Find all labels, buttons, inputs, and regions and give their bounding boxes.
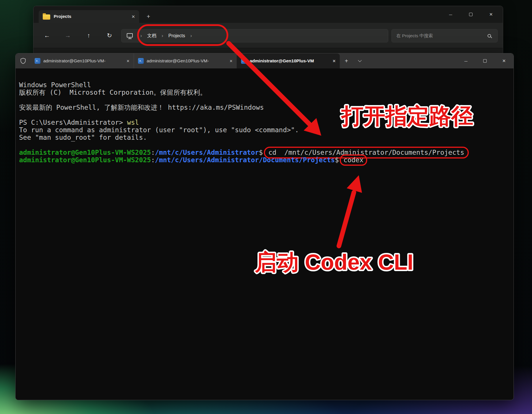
explorer-close-button[interactable]: ✕ — [481, 8, 501, 21]
terminal-maximize-button[interactable] — [475, 53, 494, 68]
terminal-line: administrator@Gen10Plus-VM-WS2025:/mnt/c… — [19, 149, 509, 156]
tabbar-spacer — [366, 53, 456, 68]
terminal-line: 安装最新的 PowerShell, 了解新功能和改进！ https://aka.… — [19, 104, 509, 111]
terminal-text: 版权所有 (C) Microsoft Corporation。保留所有权利。 — [19, 89, 207, 96]
folder-icon — [43, 14, 50, 20]
terminal-text: 安装最新的 PowerShell, 了解新功能和改进！ https://aka.… — [19, 104, 264, 111]
explorer-new-tab-button[interactable]: + — [147, 13, 150, 20]
terminal-line — [19, 111, 509, 119]
terminal-tab-label: administrator@Gen10Plus-VM — [250, 58, 330, 64]
tab-close-icon[interactable]: ✕ — [333, 59, 336, 63]
search-placeholder: 在 Projects 中搜索 — [396, 33, 488, 39]
terminal-text: $ — [335, 156, 339, 164]
chevron-right-icon[interactable]: › — [158, 33, 167, 39]
explorer-window-controls: ─ ✕ — [440, 6, 501, 23]
address-bar[interactable]: › 文档 › Projects › — [121, 29, 388, 42]
terminal-dropdown-button[interactable] — [353, 53, 366, 68]
terminal-text: : — [151, 156, 155, 164]
powershell-icon: >_ — [241, 58, 247, 64]
explorer-tab-close-icon[interactable]: ✕ — [131, 14, 135, 19]
terminal-tab[interactable]: >_administrator@Gen10Plus-VM✕ — [237, 53, 340, 68]
back-button[interactable]: ← — [41, 32, 53, 39]
terminal-tab[interactable]: >_administrator@Gen10Plus-VM-✕ — [134, 53, 237, 68]
explorer-nav-buttons: ← → ↑ ↻ — [41, 23, 115, 48]
terminal-tab-label: administrator@Gen10Plus-VM- — [43, 58, 124, 64]
terminal-text: administrator@Gen10Plus-VM-WS2025 — [19, 156, 151, 164]
this-pc-icon — [127, 33, 133, 38]
terminal-text: /mnt/c/Users/Administrator/Documents/Pro… — [155, 156, 335, 164]
terminal-text: $ — [259, 149, 263, 156]
maximize-icon — [483, 59, 487, 63]
refresh-button[interactable]: ↻ — [103, 32, 115, 39]
terminal-text: To run a command as administrator (user … — [19, 126, 299, 134]
terminal-text: See "man sudo_root" for details. — [19, 134, 147, 141]
codex-command-highlight: codex — [340, 154, 367, 166]
terminal-line: See "man sudo_root" for details. — [19, 134, 509, 141]
search-icon — [488, 34, 491, 38]
terminal-minimize-button[interactable]: ─ — [456, 53, 475, 68]
explorer-maximize-button[interactable] — [461, 8, 481, 21]
forward-button[interactable]: → — [62, 32, 74, 39]
terminal-text: wsl — [127, 119, 139, 126]
chevron-right-icon[interactable]: › — [187, 33, 195, 39]
windows-terminal-window: >_administrator@Gen10Plus-VM-✕>_administ… — [15, 53, 514, 400]
explorer-tab-title: Projects — [54, 14, 128, 19]
tab-close-icon[interactable]: ✕ — [229, 59, 233, 63]
breadcrumb-item-documents[interactable]: 文档 — [147, 32, 157, 40]
terminal-text: : — [151, 149, 155, 156]
explorer-titlebar: Projects ✕ + ─ ✕ — [33, 6, 503, 23]
desktop-wallpaper: Projects ✕ + ─ ✕ ← → ↑ ↻ › 文档 › Proj — [0, 0, 532, 414]
up-button[interactable]: ↑ — [83, 32, 95, 39]
terminal-tab-label: administrator@Gen10Plus-VM- — [147, 58, 227, 64]
terminal-tab[interactable]: >_administrator@Gen10Plus-VM-✕ — [31, 53, 134, 68]
terminal-tab-strip: >_administrator@Gen10Plus-VM-✕>_administ… — [31, 53, 340, 68]
explorer-tab-projects[interactable]: Projects ✕ — [39, 10, 139, 23]
terminal-text: administrator@Gen10Plus-VM-WS2025 — [19, 149, 151, 156]
terminal-text: PS C:\Users\Administrator> — [19, 119, 127, 126]
powershell-icon: >_ — [35, 58, 40, 64]
explorer-minimize-button[interactable]: ─ — [440, 8, 461, 21]
terminal-line: To run a command as administrator (user … — [19, 126, 509, 134]
terminal-line: Windows PowerShell — [19, 81, 509, 89]
terminal-line — [19, 96, 509, 104]
terminal-tabbar: >_administrator@Gen10Plus-VM-✕>_administ… — [16, 53, 514, 68]
breadcrumb-item-projects[interactable]: Projects — [168, 33, 186, 39]
powershell-icon: >_ — [138, 58, 144, 64]
terminal-text: /mnt/c/Users/Administrator — [155, 149, 259, 156]
terminal-line: PS C:\Users\Administrator> wsl — [19, 119, 509, 126]
explorer-search-box[interactable]: 在 Projects 中搜索 — [391, 29, 498, 42]
terminal-text: Windows PowerShell — [19, 81, 91, 89]
admin-shield-icon — [16, 53, 31, 68]
terminal-line: 版权所有 (C) Microsoft Corporation。保留所有权利。 — [19, 89, 509, 96]
terminal-close-button[interactable]: ✕ — [494, 53, 514, 68]
chevron-down-icon — [358, 58, 362, 62]
explorer-toolbar: ← → ↑ ↻ › 文档 › Projects › 在 Projects 中搜索 — [33, 23, 503, 48]
tab-close-icon[interactable]: ✕ — [126, 59, 130, 63]
terminal-new-tab-button[interactable]: + — [340, 53, 353, 68]
maximize-icon — [469, 13, 473, 16]
terminal-window-controls: ─ ✕ — [456, 53, 514, 68]
terminal-screen: Windows PowerShell版权所有 (C) Microsoft Cor… — [16, 68, 514, 164]
chevron-right-icon[interactable]: › — [137, 33, 145, 39]
